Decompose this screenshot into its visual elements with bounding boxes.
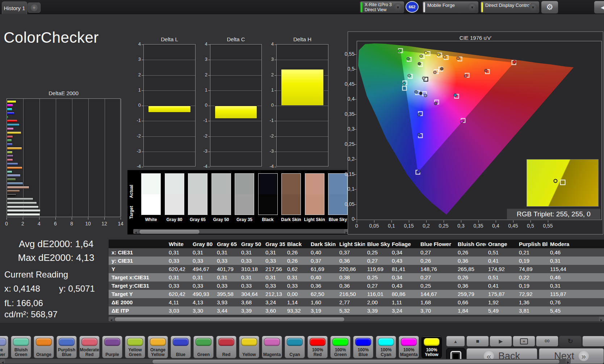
table-scroll-left-button[interactable] <box>109 317 114 321</box>
delta-h-gridline <box>277 136 328 137</box>
cie-x-tick <box>426 220 427 223</box>
table-cell: 0,26 <box>285 257 309 265</box>
display-control-dropdown[interactable]: Direct Display Control <box>480 1 540 13</box>
source-dropdown[interactable]: Mobile Forge <box>422 1 479 13</box>
delta-c-chart: -4-3-2-101234 <box>210 44 262 166</box>
pattern-button-100-red[interactable]: 100% Red <box>307 336 328 358</box>
pattern-button-100-green[interactable]: 100% Green <box>330 336 351 358</box>
de-bar-light-skin <box>7 186 29 189</box>
tab-history-1[interactable]: History 1 <box>2 1 27 14</box>
de-bar-green <box>7 139 12 142</box>
cie-measured-point <box>437 53 440 56</box>
table-cell: 0,25 <box>365 273 390 282</box>
cie-y-tick <box>354 174 356 175</box>
delta-h-y-tick <box>274 106 276 106</box>
cie-x-tick-label: 0,2 <box>420 223 433 229</box>
cie-x-tick <box>478 220 479 223</box>
table-cell: 216,50 <box>337 290 365 298</box>
pattern-button-green[interactable]: Green <box>193 336 214 358</box>
delta-c-y-tick <box>208 45 210 45</box>
table-cell: 0,31 <box>215 248 239 257</box>
transport-refresh-button[interactable] <box>559 336 582 347</box>
pattern-button-purplish-blue[interactable]: Purplish Blue <box>56 336 77 358</box>
add-tab-button[interactable] <box>28 3 41 13</box>
collapse-panel-button[interactable] <box>594 1 604 14</box>
settings-button[interactable] <box>541 1 558 14</box>
pattern-scroll-left-button[interactable] <box>0 359 5 364</box>
table-cell: 1,84 <box>456 306 486 315</box>
deltae-x-tick-label: 14 <box>116 221 125 227</box>
scroll-left-icon <box>135 228 137 235</box>
table-cell: 3,60 <box>263 306 285 315</box>
pattern-button-yellow-green[interactable]: Yellow Green <box>125 336 145 358</box>
pattern-button-orange[interactable]: Orange <box>34 336 54 358</box>
row-label: Target x:CIE31 <box>109 273 167 282</box>
pattern-scrollbar-thumb[interactable] <box>152 359 560 364</box>
de-bar-red <box>7 135 13 138</box>
table-cell: 212,13 <box>263 290 285 298</box>
pattern-button-100-blue[interactable]: 100% Blue <box>353 336 373 358</box>
display-control-dropdown-arrow-icon[interactable] <box>529 3 537 12</box>
delta-h-y-tick <box>274 75 276 76</box>
transport-loop-button[interactable] <box>536 336 558 347</box>
de-bar-bluish-green <box>7 170 12 173</box>
delta-l-y-tick <box>142 90 143 91</box>
delta-h-title: Delta H <box>276 36 328 42</box>
transport-stop-button[interactable] <box>466 336 489 347</box>
swatch-target <box>305 194 324 215</box>
table-cell: 0,36 <box>337 257 365 265</box>
pattern-chip-yellow <box>241 338 257 346</box>
meter-dropdown[interactable]: X-Rite i1Pro 3Direct View <box>360 1 404 13</box>
table-row-target-y: Target Y620,42490,93395,58304,64212,130,… <box>109 290 604 298</box>
transport-play-button[interactable] <box>490 336 512 347</box>
row-label: ΔE 2000 <box>109 298 167 306</box>
pattern-bar-scrollbar[interactable] <box>0 359 571 364</box>
pattern-button-moderate-red[interactable]: Moderate Red <box>79 336 100 358</box>
pattern-button-label: Yellow Green <box>125 348 145 357</box>
table-cell: 80,86 <box>390 290 418 298</box>
swatch-actual <box>142 174 160 194</box>
table-cell: 3,24 <box>390 306 418 315</box>
pattern-button-orange-yellow[interactable]: Orange Yellow <box>148 336 168 358</box>
table-scrollbar-thumb[interactable] <box>114 317 345 322</box>
pattern-button-bluish-green[interactable]: Bluish Green <box>11 336 31 358</box>
swatch-strip-scrollbar[interactable] <box>133 229 349 234</box>
source-dropdown-arrow-icon[interactable] <box>468 3 477 12</box>
deltae-gridline <box>121 99 121 217</box>
pattern-button-100-magenta[interactable]: 100% Magenta <box>399 336 419 358</box>
pattern-button-magenta[interactable]: Magenta <box>262 336 282 358</box>
swatch-scrollbar-thumb[interactable] <box>139 229 200 234</box>
pattern-bar-up-button[interactable] <box>446 336 465 347</box>
swatch-blue-sky <box>328 173 348 215</box>
calman-window: History 1 X-Rite i1Pro 3Direct View 662 … <box>0 0 604 364</box>
table-scrollbar[interactable] <box>109 317 604 321</box>
pattern-button-100-yellow[interactable]: 100% Yellow <box>421 336 442 358</box>
transport-blank-button[interactable] <box>582 336 604 347</box>
cie-measured-point <box>440 67 444 70</box>
pattern-button-cyan[interactable]: Cyan <box>285 336 305 358</box>
meter-dropdown-arrow-icon[interactable] <box>394 3 402 12</box>
de-bar-yellow-green <box>7 151 13 154</box>
pattern-button-purple[interactable]: Purple <box>102 336 122 358</box>
table-scroll-right-button[interactable] <box>599 317 604 321</box>
pattern-button-blue-flower[interactable]: Blue Flower <box>0 336 8 358</box>
cie-y-tick <box>354 219 356 220</box>
page-title: ColorChecker <box>4 29 99 46</box>
pattern-button-label: 100% Blue <box>353 348 373 357</box>
pattern-button-red[interactable]: Red <box>216 336 236 358</box>
pattern-button-blue[interactable]: Blue <box>171 336 191 358</box>
table-cell: 0,40 <box>309 273 337 282</box>
cie-zoom-inset <box>527 159 599 207</box>
table-cell: 0,33 <box>167 282 190 290</box>
table-cell: 0,41 <box>486 257 517 265</box>
cie-y-tick-label: 0,15 <box>339 171 355 177</box>
table-row--e-2000: ΔE 20004,114,133,933,683,241,141,602,772… <box>109 298 604 306</box>
pattern-scroll-right-button[interactable] <box>566 359 571 364</box>
swatch-label: Gray 80 <box>162 217 187 222</box>
swatch-scroll-left-button[interactable] <box>133 229 138 234</box>
pattern-button-100-cyan[interactable]: 100% Cyan <box>376 336 396 358</box>
pattern-button-yellow[interactable]: Yellow <box>239 336 259 358</box>
rgb-triplet-readout: RGB Triplet: 255, 255, 0 <box>507 209 600 219</box>
transport-pattern-window-button[interactable]: H <box>513 336 535 347</box>
delta-c-title: Delta C <box>210 36 262 42</box>
